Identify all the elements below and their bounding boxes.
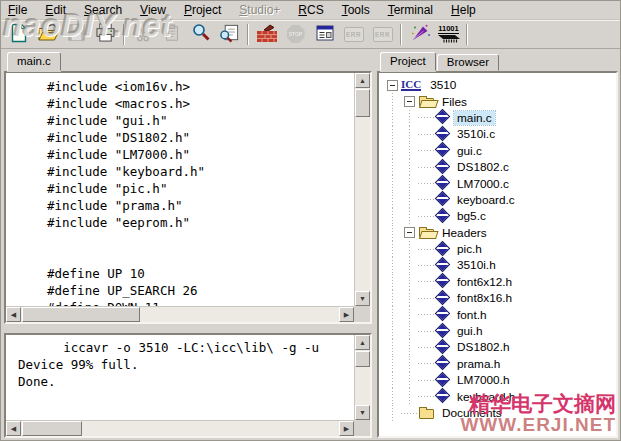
scroll-down-icon[interactable]: ▼ (355, 405, 370, 420)
tree-item-ds1802-h[interactable]: DS1802.h (384, 339, 614, 355)
tab-browser[interactable]: Browser (437, 54, 499, 71)
scroll-left-icon[interactable]: ◀ (6, 307, 21, 322)
tree-item-font6x12-h[interactable]: font6x12.h (384, 274, 614, 290)
tree-guide-line (401, 356, 418, 372)
tree-item-keyboard-c[interactable]: keyboard.c (384, 192, 614, 208)
toolbar-separator (400, 24, 402, 45)
next-error-icon: ERR (373, 27, 393, 42)
output-vscroll-track[interactable] (355, 350, 370, 405)
tree-item-main-c[interactable]: main.c (384, 110, 614, 126)
tree-guide-line (384, 225, 401, 241)
editor-hscroll-track[interactable] (21, 307, 339, 322)
editor-vscroll-thumb[interactable] (355, 89, 370, 117)
menu-search[interactable]: Search (84, 3, 122, 17)
previous-error-button[interactable]: ERR (339, 22, 368, 47)
tab-project[interactable]: Project (380, 52, 436, 71)
new-file-icon (9, 23, 29, 46)
menu-tools[interactable]: Tools (342, 3, 370, 17)
tree-guide-line (401, 339, 418, 355)
stop-build-button[interactable]: STOP (281, 22, 310, 47)
tree-item-headers[interactable]: Headers (384, 225, 614, 241)
source-file-icon (435, 175, 451, 191)
cut-button[interactable] (128, 22, 157, 47)
tree-item-3510[interactable]: ICC3510 (384, 77, 614, 93)
horizontal-splitter[interactable] (4, 324, 372, 333)
output-line: Done. (18, 373, 352, 390)
build-output-panel[interactable]: iccavr -o 3510 -LC:\icc\lib\ -g -uDevice… (4, 333, 372, 438)
editor-vscroll-track[interactable] (355, 88, 370, 291)
code-line: #include "prama.h" (47, 197, 352, 214)
editor-horizontal-scrollbar[interactable]: ◀ ▶ (6, 306, 354, 322)
open-file-button[interactable] (33, 22, 62, 47)
tree-item-lm7000-h[interactable]: LM7000.h (384, 372, 614, 388)
output-hscroll-track[interactable] (21, 421, 339, 436)
save-floppy-icon (67, 23, 86, 45)
output-horizontal-scrollbar[interactable]: ◀ ▶ (6, 420, 354, 436)
tree-guide-line (401, 306, 418, 322)
tree-item-3510i-c[interactable]: 3510i.c (384, 126, 614, 142)
tree-item-ds1802-c[interactable]: DS1802.c (384, 159, 614, 175)
print-button[interactable] (91, 22, 120, 47)
scroll-left-icon[interactable]: ◀ (6, 421, 21, 436)
tree-item-documents[interactable]: Documents (384, 405, 614, 421)
application-wizard-button[interactable] (405, 22, 434, 47)
menu-studio[interactable]: Studio+ (239, 3, 280, 17)
menu-view[interactable]: View (140, 3, 166, 17)
tree-item-gui-c[interactable]: gui.c (384, 143, 614, 159)
tree-item-font8x16-h[interactable]: font8x16.h (384, 290, 614, 306)
tree-item-bg5-c[interactable]: bg5.c (384, 208, 614, 224)
tree-item-label: font6x12.h (454, 275, 515, 289)
menu-edit[interactable]: Edit (45, 3, 66, 17)
editor-hscroll-thumb[interactable] (22, 307, 140, 322)
scroll-right-icon[interactable]: ▶ (339, 307, 354, 322)
paste-button[interactable] (157, 22, 186, 47)
code-line (47, 231, 352, 248)
editor-vertical-scrollbar[interactable]: ▲ ▼ (354, 73, 370, 306)
collapse-minus-icon[interactable] (401, 225, 418, 241)
code-editor[interactable]: #include <iom16v.h>#include <macros.h>#i… (4, 71, 372, 324)
tree-item-keyboard-h[interactable]: keyboard.h (384, 388, 614, 404)
scroll-up-icon[interactable]: ▲ (355, 73, 370, 88)
find-button[interactable] (186, 22, 215, 47)
tree-item-3510i-h[interactable]: 3510i.h (384, 257, 614, 273)
tree-item-gui-h[interactable]: gui.h (384, 323, 614, 339)
source-file-icon (435, 339, 451, 355)
menu-terminal[interactable]: Terminal (388, 3, 433, 17)
source-file-icon (435, 322, 451, 338)
next-error-button[interactable]: ERR (368, 22, 397, 47)
source-file-icon (435, 355, 451, 371)
menu-file[interactable]: File (8, 3, 27, 17)
scroll-up-icon[interactable]: ▲ (355, 335, 370, 350)
new-file-button[interactable] (4, 22, 33, 47)
tree-guide-line (384, 126, 401, 142)
tree-guide-line (384, 110, 401, 126)
tree-item-pic-h[interactable]: pic.h (384, 241, 614, 257)
avr-programmer-button[interactable]: 11001 (434, 22, 463, 47)
tree-item-files[interactable]: Files (384, 93, 614, 109)
tree-item-label: font.h (454, 308, 490, 322)
build-output-text: iccavr -o 3510 -LC:\icc\lib\ -g -uDevice… (6, 335, 354, 420)
collapse-minus-icon[interactable] (401, 93, 418, 109)
menu-project[interactable]: Project (184, 3, 221, 17)
collapse-minus-icon[interactable] (384, 77, 401, 93)
tree-item-lm7000-c[interactable]: LM7000.c (384, 175, 614, 191)
save-file-button[interactable] (62, 22, 91, 47)
tree-guide-line (384, 405, 401, 421)
icc-logo-icon: ICC (401, 79, 421, 91)
tree-item-font-h[interactable]: font.h (384, 306, 614, 322)
find-in-files-button[interactable] (215, 22, 244, 47)
code-line: #define UP 10 (47, 265, 352, 282)
editor-tab-main-c[interactable]: main.c (7, 52, 61, 71)
tree-item-prama-h[interactable]: prama.h (384, 356, 614, 372)
scroll-right-icon[interactable]: ▶ (339, 421, 354, 436)
output-hscroll-thumb[interactable] (22, 421, 82, 436)
build-project-button[interactable] (252, 22, 281, 47)
output-vertical-scrollbar[interactable]: ▲ ▼ (354, 335, 370, 420)
menu-rcs[interactable]: RCS (298, 3, 323, 17)
scroll-down-icon[interactable]: ▼ (355, 291, 370, 306)
menu-help[interactable]: Help (451, 3, 476, 17)
output-vscroll-thumb[interactable] (355, 351, 370, 367)
code-area[interactable]: #include <iom16v.h>#include <macros.h>#i… (6, 73, 354, 306)
tree-item-label: font8x16.h (454, 291, 515, 305)
project-window-button[interactable] (310, 22, 339, 47)
